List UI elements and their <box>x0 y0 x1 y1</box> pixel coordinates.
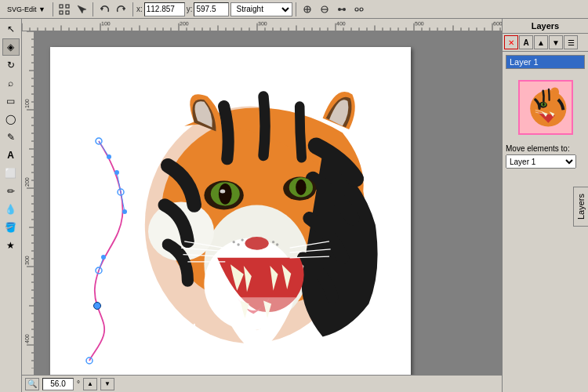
nodes-icon <box>59 4 70 15</box>
tool-image[interactable]: ⬜ <box>2 165 20 182</box>
layers-header: Layers <box>503 19 588 34</box>
tool-tweak[interactable]: ↻ <box>2 56 20 74</box>
zoom-unit: ° <box>77 379 80 388</box>
select-icon <box>76 4 87 15</box>
right-panel: Layers ✕ A ▲ ▼ ☰ Layer 1 <box>502 19 588 392</box>
node-add-btn[interactable] <box>299 2 315 17</box>
canvas-scroll[interactable] <box>34 31 502 375</box>
undo-icon <box>99 4 110 15</box>
zoom-down-btn[interactable]: ▼ <box>100 378 114 390</box>
svg-line-42 <box>99 141 109 157</box>
canvas-container <box>22 31 502 375</box>
tool-path[interactable]: ✎ <box>2 129 20 146</box>
ruler-top-canvas <box>22 19 502 31</box>
zoom-input[interactable] <box>42 378 74 390</box>
canvas-area: 🔍 ° ▲ ▼ <box>22 19 502 392</box>
svg-point-11 <box>338 8 341 11</box>
tool-pencil[interactable]: ✏ <box>2 183 20 200</box>
tool-select[interactable]: ↖ <box>2 20 20 38</box>
tool-star[interactable]: ★ <box>2 237 20 254</box>
tool-fill[interactable]: 🪣 <box>2 219 20 236</box>
svg-point-58 <box>543 103 545 106</box>
layers-toolbar: ✕ A ▲ ▼ ☰ <box>503 34 588 52</box>
tool-rect[interactable]: ▭ <box>2 93 20 110</box>
layer-item[interactable]: Layer 1 <box>506 55 585 69</box>
svg-point-46 <box>114 170 119 175</box>
toolbar-sep-4 <box>296 2 296 16</box>
tool-text[interactable]: A <box>2 147 20 164</box>
tool-eyedropper[interactable]: 💧 <box>2 201 20 218</box>
tool-select-btn[interactable] <box>74 2 89 17</box>
move-to-select[interactable]: Layer 1 <box>506 154 576 169</box>
node-break-btn[interactable] <box>351 2 367 17</box>
canvas-inner <box>34 31 442 375</box>
svg-edit-menu[interactable]: SVG-Edit ▼ <box>3 2 49 17</box>
layer-thumbnail <box>518 80 573 135</box>
svg-rect-2 <box>60 11 63 14</box>
segment-type-select[interactable]: Straight Curve Symmetric Asymmetric <box>230 2 292 16</box>
redo-btn[interactable] <box>114 2 129 17</box>
layers-side-tab[interactable]: Layers <box>573 187 588 227</box>
svg-rect-0 <box>60 5 63 8</box>
undo-btn[interactable] <box>96 2 112 17</box>
y-label: y: <box>187 5 193 13</box>
bezier-overlay <box>50 47 411 375</box>
ruler-left-canvas <box>22 31 34 368</box>
layer-list: Layer 1 <box>503 52 588 74</box>
svg-point-14 <box>355 8 358 11</box>
svg-point-43 <box>107 154 111 159</box>
node-join-icon <box>336 4 347 15</box>
move-to-label: Move elements to: <box>506 144 585 153</box>
toolbox: ↖ ◈ ↻ ⌕ ▭ ◯ ✎ A ⬜ ✏ 💧 🪣 ★ <box>0 19 22 392</box>
node-del-icon <box>319 4 330 15</box>
svg-point-51 <box>101 255 106 260</box>
svg-rect-1 <box>66 5 69 8</box>
layer-thumbnail-svg <box>520 82 572 133</box>
svg-point-48 <box>122 209 127 214</box>
y-input[interactable] <box>194 2 229 16</box>
add-layer-btn[interactable]: A <box>519 35 533 49</box>
main-toolbar: SVG-Edit ▼ x: y: Straight Curve S <box>0 0 588 19</box>
node-break-icon <box>354 4 365 15</box>
node-del-btn[interactable] <box>317 2 332 17</box>
bottom-bar: 🔍 ° ▲ ▼ <box>22 375 502 392</box>
x-label: x: <box>136 5 143 13</box>
tool-ellipse[interactable]: ◯ <box>2 111 20 128</box>
ruler-top <box>22 19 502 31</box>
toolbar-sep-2 <box>93 2 93 16</box>
node-add-icon <box>302 4 313 15</box>
move-layer-up-btn[interactable]: ▲ <box>534 35 548 49</box>
redo-icon <box>116 4 127 15</box>
move-to-section: Move elements to: Layer 1 <box>503 141 588 172</box>
drawing-canvas <box>50 47 411 375</box>
move-layer-down-btn[interactable]: ▼ <box>549 35 563 49</box>
svg-rect-3 <box>66 11 69 14</box>
toolbar-sep-1 <box>53 2 53 16</box>
svg-point-52 <box>94 303 101 310</box>
layer-options-btn[interactable]: ☰ <box>564 35 578 49</box>
delete-layer-btn[interactable]: ✕ <box>504 35 518 49</box>
tool-zoom[interactable]: ⌕ <box>2 74 20 92</box>
svg-point-12 <box>343 8 346 11</box>
x-input[interactable] <box>144 2 185 16</box>
node-join-btn[interactable] <box>334 2 350 17</box>
ruler-left <box>22 31 34 375</box>
tool-node[interactable]: ◈ <box>2 38 20 56</box>
zoom-up-btn[interactable]: ▲ <box>83 378 97 390</box>
toolbar-sep-3 <box>132 2 133 16</box>
main-area: ↖ ◈ ↻ ⌕ ▭ ◯ ✎ A ⬜ ✏ 💧 🪣 ★ <box>0 19 588 392</box>
zoom-icon-btn[interactable]: 🔍 <box>25 378 39 390</box>
tool-nodes-btn[interactable] <box>56 2 72 17</box>
svg-point-15 <box>360 8 363 11</box>
